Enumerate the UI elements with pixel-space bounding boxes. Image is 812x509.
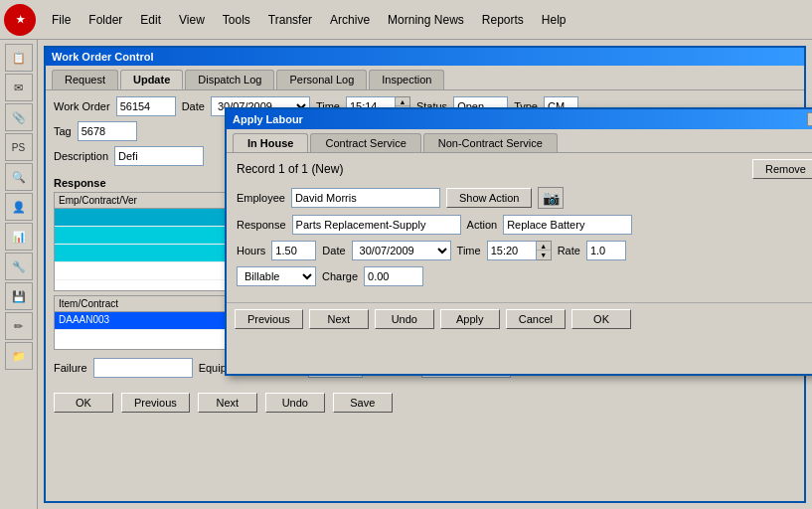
item-table: Item/Contract DAAAN003 (54, 295, 228, 350)
woc-window: Work Order Control Request Update Dispat… (44, 46, 806, 503)
menu-help[interactable]: Help (534, 10, 574, 30)
time-up-btn[interactable]: ▲ (396, 97, 409, 106)
response-row-3[interactable] (55, 245, 227, 262)
dialog-time-up-btn[interactable]: ▲ (537, 242, 551, 251)
dialog-action-input[interactable] (503, 215, 632, 235)
work-order-input[interactable] (116, 96, 176, 116)
sidebar-icon-edit[interactable]: ✏ (5, 312, 33, 340)
menu-folder[interactable]: Folder (81, 10, 130, 30)
tab-dispatch-log[interactable]: Dispatch Log (185, 70, 274, 89)
tab-update[interactable]: Update (120, 70, 183, 89)
description-label: Description (54, 150, 108, 162)
item-row-daaan003[interactable]: DAAAN003 (55, 312, 227, 330)
dialog-buttons: Previous Next Undo Apply Cancel OK (227, 302, 812, 333)
response-row-2[interactable] (55, 227, 227, 245)
woc-bottom-buttons: OK Previous Next Undo Save (46, 387, 804, 419)
dialog-ok-button[interactable]: OK (571, 309, 631, 329)
tab-personal-log[interactable]: Personal Log (276, 70, 367, 89)
apply-labour-dialog: Apply Labour ✕ In House Contract Service… (225, 107, 812, 376)
response-row-4[interactable] (55, 262, 227, 280)
dialog-hours-input[interactable] (271, 241, 316, 260)
woc-ok-button[interactable]: OK (54, 393, 113, 413)
dialog-hours-label: Hours (237, 245, 265, 256)
sidebar-icon-folder[interactable]: 📁 (5, 342, 33, 370)
camera-icon[interactable]: 📷 (538, 187, 564, 209)
menu-view[interactable]: View (171, 10, 213, 30)
sidebar-icon-search[interactable]: 🔍 (5, 163, 33, 191)
dialog-undo-button[interactable]: Undo (375, 309, 434, 329)
woc-tabs: Request Update Dispatch Log Personal Log… (46, 66, 804, 89)
dialog-charge-input[interactable] (364, 266, 423, 286)
dialog-previous-button[interactable]: Previous (235, 309, 303, 329)
dialog-billable-row: Billable Charge (237, 266, 812, 286)
dialog-employee-input[interactable] (291, 188, 440, 208)
dialog-billable-select[interactable]: Billable (237, 266, 316, 286)
tab-request[interactable]: Request (52, 70, 118, 89)
dialog-employee-row: Employee Show Action 📷 (237, 187, 812, 209)
woc-undo-button[interactable]: Undo (265, 393, 325, 413)
dialog-cancel-button[interactable]: Cancel (506, 309, 566, 329)
dialog-date-select[interactable]: 30/07/2009 (352, 241, 451, 260)
sidebar-icon-save[interactable]: 💾 (5, 282, 33, 310)
dialog-date-label: Date (322, 245, 345, 256)
dialog-tab-contract[interactable]: Contract Service (310, 133, 420, 152)
dialog-employee-label: Employee (237, 192, 285, 204)
woc-save-button[interactable]: Save (333, 393, 393, 413)
failure-input[interactable] (93, 358, 193, 378)
app-logo: ★ (4, 4, 36, 36)
dialog-action-label: Action (467, 219, 498, 231)
dialog-show-action-button[interactable]: Show Action (446, 188, 533, 208)
menu-tools[interactable]: Tools (215, 10, 258, 30)
sidebar-icon-user[interactable]: 👤 (5, 193, 33, 221)
dialog-titlebar: Apply Labour ✕ (227, 109, 812, 129)
dialog-apply-button[interactable]: Apply (440, 309, 500, 329)
dialog-tab-inhouse[interactable]: In House (233, 133, 308, 152)
woc-previous-button[interactable]: Previous (121, 393, 190, 413)
menu-file[interactable]: File (44, 10, 79, 30)
dialog-close-button[interactable]: ✕ (807, 112, 812, 126)
dialog-time-down-btn[interactable]: ▼ (537, 251, 551, 259)
menu-items: File Folder Edit View Tools Transfer Arc… (44, 10, 574, 30)
dialog-rate-input[interactable] (586, 241, 626, 260)
dialog-response-input[interactable] (292, 215, 461, 235)
response-section-label: Response (54, 177, 228, 189)
sidebar-icon-ps[interactable]: PS (5, 133, 33, 161)
dialog-body: Record 1 of 1 (New) Remove Employee Show… (227, 152, 812, 298)
dialog-time-spinner-btns: ▲ ▼ (537, 241, 552, 260)
response-table-header: Emp/Contract/Ver (55, 193, 227, 209)
menu-archive[interactable]: Archive (322, 10, 378, 30)
failure-label: Failure (54, 362, 87, 374)
menu-morning-news[interactable]: Morning News (380, 10, 472, 30)
dialog-remove-button[interactable]: Remove (752, 159, 812, 179)
response-table: Emp/Contract/Ver (54, 192, 228, 291)
woc-next-button[interactable]: Next (198, 393, 257, 413)
sidebar-icon-1[interactable]: 📋 (5, 44, 33, 72)
dialog-next-button[interactable]: Next (309, 309, 369, 329)
tag-input[interactable] (78, 121, 137, 141)
sidebar-icon-3[interactable]: 📎 (5, 103, 33, 131)
dialog-tab-noncontract[interactable]: Non-Contract Service (423, 133, 558, 152)
dialog-record-text: Record 1 of 1 (New) (237, 162, 343, 176)
item-table-header: Item/Contract (55, 296, 227, 312)
menu-reports[interactable]: Reports (474, 10, 532, 30)
dialog-title: Apply Labour (233, 113, 303, 125)
woc-title: Work Order Control (52, 51, 153, 63)
dialog-response-row: Response Action (237, 215, 812, 235)
dialog-charge-label: Charge (322, 270, 358, 282)
dialog-hours-row: Hours Date 30/07/2009 Time ▲ ▼ Rate (237, 241, 812, 260)
response-row-1[interactable] (55, 209, 227, 227)
tab-inspection[interactable]: Inspection (369, 70, 444, 89)
description-input[interactable] (114, 146, 204, 166)
dialog-tabs: In House Contract Service Non-Contract S… (227, 129, 812, 152)
dialog-response-label: Response (237, 219, 286, 231)
date-label: Date (182, 100, 205, 112)
menu-edit[interactable]: Edit (132, 10, 169, 30)
menu-transfer[interactable]: Transfer (260, 10, 320, 30)
sidebar-icon-tool[interactable]: 🔧 (5, 253, 33, 280)
menubar: ★ File Folder Edit View Tools Transfer A… (0, 0, 812, 40)
sidebar-icon-chart[interactable]: 📊 (5, 223, 33, 251)
dialog-time-spinner: ▲ ▼ (487, 241, 552, 260)
work-order-label: Work Order (54, 100, 110, 112)
dialog-time-input[interactable] (487, 241, 537, 260)
sidebar-icon-2[interactable]: ✉ (5, 74, 33, 101)
